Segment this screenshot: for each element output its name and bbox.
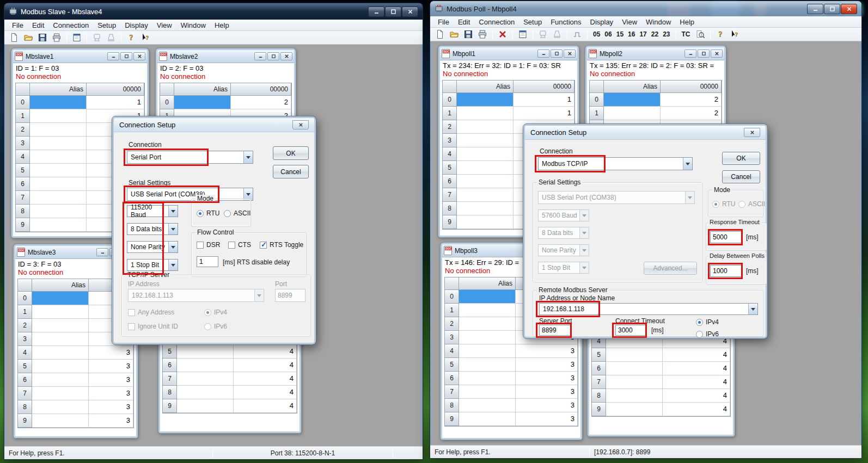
ipv6-radio[interactable]: IPv6 [696,330,719,338]
value-cell[interactable]: 3 [89,400,133,414]
menu-item-display[interactable]: Display [586,17,618,27]
function-button-23[interactable]: 23 [661,29,672,39]
serial-port-combobox[interactable]: USB Serial Port (COM38) [538,191,695,204]
value-cell[interactable]: 4 [234,345,297,359]
menu-item-setup[interactable]: Setup [519,17,546,27]
context-help-button[interactable]: ? [139,32,152,44]
alias-cell[interactable] [177,359,234,372]
menu-item-view[interactable]: View [618,17,641,27]
any-address-checkbox[interactable]: Any Address [128,308,174,316]
close-button[interactable] [564,50,576,58]
alias-cell[interactable] [32,319,89,332]
single-poll-button[interactable] [571,29,584,40]
menu-item-edit[interactable]: Edit [454,17,474,27]
row-header[interactable]: 4 [18,346,32,360]
restore-button[interactable] [698,50,710,58]
value-cell[interactable]: 2 [661,107,722,120]
alias-cell[interactable] [30,109,87,123]
alias-column-header[interactable]: Alias [459,277,516,290]
menu-item-edit[interactable]: Edit [28,20,48,30]
print-button[interactable] [50,32,63,44]
connect-timeout-input[interactable] [615,325,646,336]
close-button[interactable] [402,7,418,17]
alias-cell[interactable] [457,188,514,202]
menu-item-view[interactable]: View [152,20,176,30]
alias-cell[interactable] [177,399,234,413]
open-file-button[interactable] [448,29,461,40]
comm-log-button[interactable] [551,29,564,40]
row-header[interactable]: 5 [445,358,459,372]
row-header[interactable]: 1 [590,107,604,120]
maximize-button[interactable] [385,7,401,17]
close-button[interactable] [133,52,145,60]
help-button[interactable]: ? [714,29,727,40]
advanced-button[interactable]: Advanced... [644,262,697,275]
new-file-button[interactable] [8,32,21,44]
value-cell[interactable]: 4 [234,359,297,372]
value-cell[interactable]: 4 [663,403,730,416]
open-file-button[interactable] [22,32,35,44]
value-cell[interactable]: 3 [89,360,133,373]
menu-item-file[interactable]: File [8,20,28,30]
row-header[interactable]: 2 [443,120,457,134]
close-button[interactable] [711,50,723,58]
cts-checkbox[interactable]: CTS [228,241,251,249]
alias-cell[interactable] [30,96,87,109]
row-header[interactable]: 8 [445,399,459,412]
value-cell[interactable]: 1 [87,96,144,109]
alias-cell[interactable] [177,386,234,399]
row-header[interactable]: 3 [445,331,459,344]
test-center-button[interactable]: TC [680,29,693,39]
alias-cell[interactable] [30,123,87,137]
alias-cell[interactable] [606,362,663,375]
row-header[interactable]: 6 [443,175,457,188]
display-setup-button[interactable] [70,32,83,44]
close-button[interactable] [280,52,292,60]
menu-item-window[interactable]: Window [176,20,210,30]
restore-button[interactable] [551,50,563,58]
alias-cell[interactable] [459,385,516,399]
value-cell[interactable]: 4 [663,389,730,403]
row-header[interactable]: 8 [163,386,177,399]
alias-cell[interactable] [459,317,516,331]
row-header[interactable]: 1 [443,107,457,120]
menu-item-file[interactable]: File [433,17,454,27]
alias-cell[interactable] [32,373,89,387]
save-button[interactable] [462,29,475,40]
alias-cell[interactable] [604,93,661,107]
menu-item-display[interactable]: Display [120,20,152,30]
row-header[interactable]: 9 [163,399,177,413]
row-header[interactable]: 2 [445,317,459,331]
baud-rate-combobox[interactable]: 57600 Baud [538,209,589,221]
register-column-header[interactable]: 00000 [661,81,722,93]
function-button-06[interactable]: 06 [602,29,614,39]
value-cell[interactable]: 3 [89,346,133,360]
function-button-05[interactable]: 05 [591,29,602,39]
grid-corner[interactable] [443,81,457,93]
row-header[interactable]: 2 [16,123,30,137]
alias-cell[interactable] [457,93,514,107]
alias-cell[interactable] [32,414,89,428]
ipv4-radio[interactable]: IPv4 [696,318,719,326]
row-header[interactable]: 0 [160,96,174,109]
alias-cell[interactable] [32,292,89,305]
row-header[interactable]: 9 [18,414,32,428]
rtu-radio[interactable]: RTU [197,209,219,217]
ipv4-radio[interactable]: IPv4 [204,308,227,316]
value-cell[interactable]: 3 [89,387,133,400]
minimize-button[interactable] [254,52,266,60]
value-cell[interactable]: 2 [231,96,291,109]
dialog-titlebar[interactable]: Connection Setup [525,126,766,140]
parity-combobox[interactable]: None Parity [127,241,178,253]
value-cell[interactable]: 4 [234,372,297,386]
save-button[interactable] [36,32,49,44]
grid-corner[interactable] [445,277,459,290]
row-header[interactable]: 5 [443,161,457,175]
function-button-15[interactable]: 15 [614,29,626,39]
data-bits-combobox[interactable]: 8 Data bits [538,227,589,239]
ipv6-radio[interactable]: IPv6 [204,323,227,330]
ascii-radio[interactable]: ASCII [738,200,765,208]
child-titlebar[interactable]: DOC Mbslave2 [157,50,294,63]
connect-icon-button[interactable] [90,32,103,44]
alias-cell[interactable] [457,161,514,175]
